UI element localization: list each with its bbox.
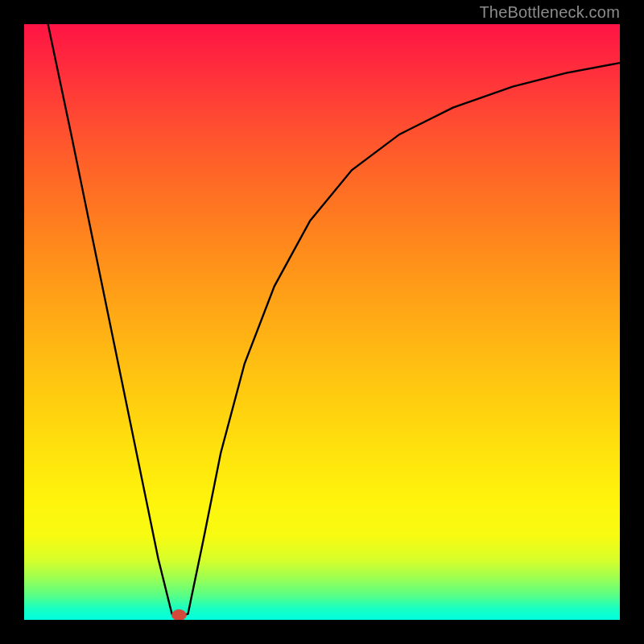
curve-svg — [24, 24, 620, 620]
plot-area — [24, 24, 620, 620]
chart-stage: TheBottleneck.com — [0, 0, 644, 644]
attribution-text: TheBottleneck.com — [479, 3, 620, 22]
bottleneck-curve — [48, 24, 620, 617]
min-marker — [172, 609, 187, 620]
